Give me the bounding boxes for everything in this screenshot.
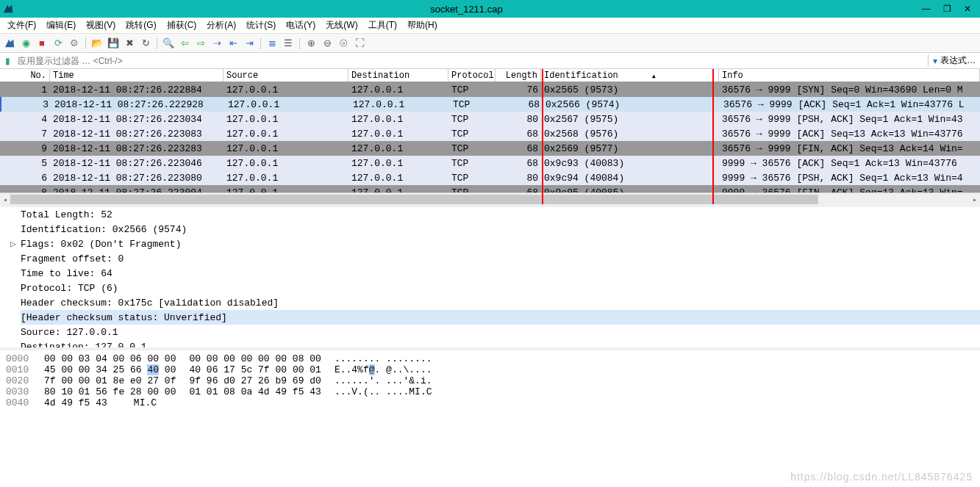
filter-input[interactable] [15, 54, 928, 68]
menu-file[interactable]: 文件(F) [3, 18, 40, 33]
hex-row[interactable]: 00404d 49 f5 43MI.C [6, 397, 974, 408]
toolbar-separator [299, 37, 300, 49]
detail-line[interactable]: Time to live: 64 [21, 266, 980, 281]
menu-telephony[interactable]: 电话(Y) [282, 18, 320, 33]
packet-row[interactable]: 12018-12-11 08:27:26.222884127.0.0.1127.… [0, 82, 980, 97]
menu-capture[interactable]: 捕获(C) [162, 18, 201, 33]
detail-line[interactable]: [Header checksum status: Unverified] [21, 310, 980, 325]
packet-header: No. Time Source Destination Protocol Len… [0, 69, 980, 82]
packet-row[interactable]: 92018-12-11 08:27:26.223283127.0.0.1127.… [0, 141, 980, 156]
hex-row[interactable]: 003080 10 01 56 fe 28 00 0001 01 08 0a 4… [6, 386, 974, 397]
col-no[interactable]: No. [0, 69, 50, 82]
zoom-out-icon[interactable]: ⊖ [321, 37, 334, 50]
packet-row[interactable]: 72018-12-11 08:27:26.223083127.0.0.1127.… [0, 126, 980, 141]
window-title: socket_1211.cap [16, 4, 917, 15]
menu-edit[interactable]: 编辑(E) [42, 18, 80, 33]
last-icon[interactable]: ⇥ [243, 37, 256, 50]
stop-capture-icon[interactable]: ■ [35, 37, 49, 50]
maximize-button[interactable]: ❐ [937, 2, 956, 15]
col-src[interactable]: Source [223, 69, 348, 82]
scroll-left-icon[interactable]: ◂ [0, 193, 10, 206]
bookmark-icon[interactable]: ▮ [0, 56, 15, 66]
toolbar-separator [157, 37, 157, 49]
colorize-icon[interactable]: ☰ [282, 37, 295, 50]
first-icon[interactable]: ⇤ [226, 37, 240, 50]
zoom-reset-icon[interactable]: ⦾ [337, 37, 350, 50]
scroll-thumb[interactable] [10, 195, 818, 204]
resize-cols-icon[interactable]: ⛶ [353, 37, 366, 50]
col-time[interactable]: Time [50, 69, 223, 82]
toolbar-separator [260, 37, 261, 49]
prev-icon[interactable]: ⇦ [178, 37, 191, 50]
watermark: https://blog.csdn.net/LL845876425 [790, 471, 973, 483]
hex-row[interactable]: 00207f 00 00 01 8e e0 27 0f9f 96 d0 27 2… [6, 375, 974, 386]
expression-label: 表达式… [940, 54, 976, 67]
sort-arrow-icon: ▴ [651, 71, 657, 82]
menubar: 文件(F) 编辑(E) 视图(V) 跳转(G) 捕获(C) 分析(A) 统计(S… [0, 18, 980, 34]
menu-tools[interactable]: 工具(T) [364, 18, 401, 33]
h-scrollbar[interactable]: ◂ ▸ [0, 192, 980, 206]
app-icon [0, 4, 16, 14]
reload-icon[interactable]: ↻ [139, 37, 152, 50]
detail-line[interactable]: Fragment offset: 0 [21, 251, 980, 266]
toolbar: ◉ ■ ⟳ ⚙ 📂 💾 ✖ ↻ 🔍 ⇦ ⇨ ⇢ ⇤ ⇥ ≣ ☰ ⊕ ⊖ ⦾ ⛶ [0, 34, 980, 53]
packet-list: No. Time Source Destination Protocol Len… [0, 69, 980, 207]
close-file-icon[interactable]: ✖ [123, 37, 136, 50]
fin-icon[interactable] [3, 37, 16, 50]
col-dst[interactable]: Destination [348, 69, 448, 82]
next-icon[interactable]: ⇨ [194, 37, 207, 50]
detail-line[interactable]: Identification: 0x2566 (9574) [21, 222, 980, 237]
detail-line[interactable]: ▷Flags: 0x02 (Don't Fragment) [21, 237, 980, 251]
hex-row[interactable]: 001045 00 00 34 25 66 40 0040 06 17 5c 7… [6, 364, 974, 375]
detail-line[interactable]: Protocol: TCP (6) [21, 281, 980, 295]
goto-icon[interactable]: ⇢ [210, 37, 223, 50]
menu-go[interactable]: 跳转(G) [121, 18, 160, 33]
titlebar: socket_1211.cap — ❐ ✕ [0, 0, 980, 18]
detail-line[interactable]: Total Length: 52 [21, 207, 980, 222]
toolbar-separator [85, 37, 86, 49]
col-id[interactable]: Identification▴ [541, 69, 719, 82]
menu-wireless[interactable]: 无线(W) [321, 18, 362, 33]
menu-help[interactable]: 帮助(H) [403, 18, 442, 33]
detail-line[interactable]: Source: 127.0.0.1 [21, 325, 980, 339]
options-icon[interactable]: ⚙ [68, 37, 81, 50]
start-capture-icon[interactable]: ◉ [19, 37, 32, 50]
expression-button[interactable]: ▾ 表达式… [928, 54, 980, 67]
restart-capture-icon[interactable]: ⟳ [51, 37, 65, 50]
find-icon[interactable]: 🔍 [162, 37, 175, 50]
menu-view[interactable]: 视图(V) [82, 18, 120, 33]
packet-row[interactable]: 62018-12-11 08:27:26.223080127.0.0.1127.… [0, 170, 980, 185]
filter-bar: ▮ ▾ 表达式… [0, 53, 980, 69]
col-len[interactable]: Length [496, 69, 541, 82]
save-icon[interactable]: 💾 [107, 37, 120, 50]
scroll-right-icon[interactable]: ▸ [970, 193, 980, 206]
autoscroll-icon[interactable]: ≣ [265, 37, 279, 50]
col-info[interactable]: Info [719, 69, 980, 82]
menu-analyze[interactable]: 分析(A) [202, 18, 240, 33]
close-button[interactable]: ✕ [958, 2, 977, 15]
packet-details[interactable]: Total Length: 52Identification: 0x2566 (… [0, 207, 980, 350]
packet-row[interactable]: 52018-12-11 08:27:26.223046127.0.0.1127.… [0, 156, 980, 170]
expand-icon[interactable]: ▷ [10, 238, 21, 250]
open-icon[interactable]: 📂 [90, 37, 104, 50]
detail-line[interactable]: Header checksum: 0x175c [validation disa… [21, 295, 980, 310]
zoom-in-icon[interactable]: ⊕ [304, 37, 318, 50]
minimize-button[interactable]: — [917, 2, 936, 15]
packet-row[interactable]: 42018-12-11 08:27:26.223034127.0.0.1127.… [0, 112, 980, 126]
menu-statistics[interactable]: 统计(S) [242, 18, 280, 33]
detail-line[interactable]: Destination: 127.0.0.1 [21, 339, 980, 350]
hex-pane[interactable]: 000000 00 03 04 00 06 00 0000 00 00 00 0… [0, 350, 980, 411]
hex-row[interactable]: 000000 00 03 04 00 06 00 0000 00 00 00 0… [6, 353, 974, 364]
packet-row[interactable]: 32018-12-11 08:27:26.222928127.0.0.1127.… [0, 97, 980, 112]
col-proto[interactable]: Protocol [448, 69, 496, 82]
